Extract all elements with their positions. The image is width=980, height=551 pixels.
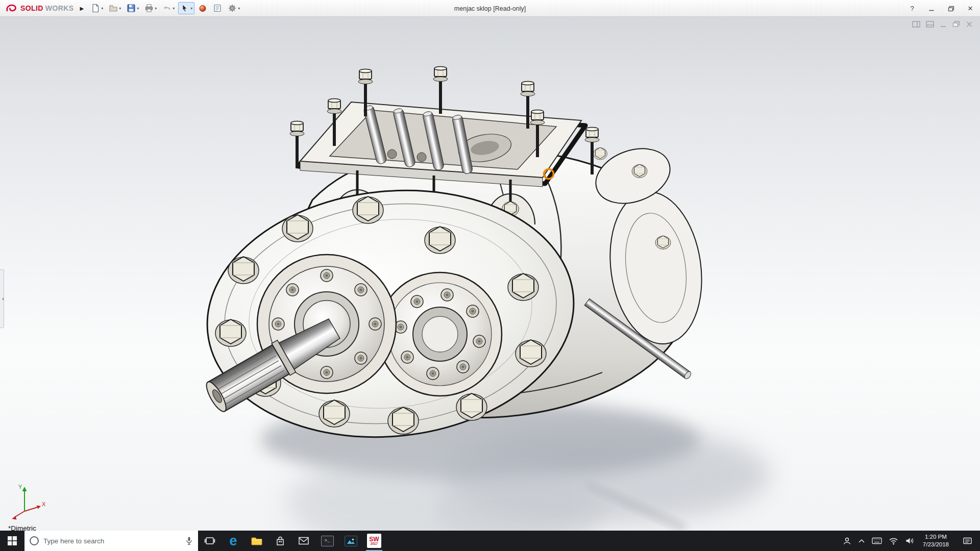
- solidworks-window: SOLIDWORKS ▶ ▾ ▾: [0, 0, 980, 551]
- dropdown-arrow[interactable]: ▾: [155, 6, 157, 11]
- cortana-icon: [30, 536, 39, 545]
- windows-logo-icon: [8, 536, 17, 545]
- file-explorer-button[interactable]: [245, 531, 268, 551]
- restore-button[interactable]: [941, 0, 961, 17]
- network-icon[interactable]: [889, 537, 898, 545]
- save-icon: [127, 4, 136, 13]
- orientation-triad: Y X: [12, 484, 46, 520]
- dropdown-arrow[interactable]: ▾: [173, 6, 175, 11]
- keyboard-icon[interactable]: [872, 537, 882, 544]
- open-folder-icon: [109, 4, 118, 13]
- top-cover: [290, 67, 599, 187]
- triad-y-label: Y: [18, 484, 22, 490]
- task-pane-icon[interactable]: [912, 21, 920, 28]
- chevron-up-icon[interactable]: [858, 538, 865, 543]
- gearbox-model: [195, 67, 711, 455]
- task-view-icon: [204, 535, 215, 546]
- brand-text-solid: SOLID: [20, 4, 43, 12]
- dropdown-arrow[interactable]: ▾: [137, 6, 139, 11]
- mail-icon: [298, 536, 309, 545]
- clock-date: 7/23/2018: [923, 541, 949, 548]
- window-controls: ? ✕: [902, 0, 980, 17]
- taskbar-clock[interactable]: 1:20 PM 7/23/2018: [921, 533, 951, 548]
- select-tool-button[interactable]: ▾: [178, 2, 194, 14]
- options-button[interactable]: ▾: [226, 2, 242, 14]
- start-button[interactable]: [0, 531, 24, 551]
- brand-text-works: WORKS: [45, 4, 74, 12]
- search-input[interactable]: [43, 537, 181, 545]
- new-document-button[interactable]: ▾: [89, 2, 105, 14]
- appearance-button[interactable]: [196, 2, 209, 14]
- view-orientation-label: *Dimetric: [8, 524, 36, 531]
- close-button[interactable]: ✕: [961, 0, 980, 17]
- solidworks-taskbar-button[interactable]: SW 2017: [362, 531, 386, 551]
- quick-access-toolbar: ▾ ▾ ▾: [89, 2, 242, 14]
- minimize-doc-icon[interactable]: [940, 21, 947, 28]
- microphone-icon[interactable]: [185, 536, 193, 545]
- edge-button[interactable]: e: [222, 531, 245, 551]
- triad-x-label: X: [42, 501, 46, 507]
- document-title: menjac sklop [Read-only]: [454, 0, 526, 17]
- document-window-controls: [912, 21, 973, 28]
- edge-icon: e: [229, 534, 237, 548]
- design-library-button[interactable]: [211, 2, 224, 14]
- store-icon: [275, 536, 285, 546]
- save-button[interactable]: ▾: [125, 2, 141, 14]
- select-arrow-icon: [180, 4, 189, 13]
- model-canvas[interactable]: Y X: [0, 17, 980, 531]
- open-button[interactable]: ▾: [107, 2, 123, 14]
- bearing-hub: [378, 272, 502, 396]
- system-tray: 1:20 PM 7/23/2018: [843, 531, 980, 551]
- graphics-viewport[interactable]: Y X *Dimetric: [0, 17, 980, 531]
- restore-icon: [948, 6, 954, 12]
- photos-icon: [345, 536, 357, 546]
- volume-icon[interactable]: [905, 537, 914, 545]
- undo-icon: [162, 4, 172, 13]
- file-explorer-icon: [251, 535, 263, 546]
- task-view-button[interactable]: [198, 531, 222, 551]
- menu-flyout-arrow[interactable]: ▶: [78, 6, 89, 11]
- solidworks-logo: SOLIDWORKS: [0, 3, 78, 13]
- dropdown-arrow[interactable]: ▾: [238, 6, 240, 11]
- mail-button[interactable]: [292, 531, 315, 551]
- command-prompt-icon: >_: [321, 536, 334, 546]
- print-button[interactable]: ▾: [142, 2, 159, 14]
- action-center-button[interactable]: [958, 537, 977, 545]
- restore-doc-icon[interactable]: [952, 21, 960, 28]
- minimize-button[interactable]: [922, 0, 941, 17]
- titlebar: SOLIDWORKS ▶ ▾ ▾: [0, 0, 980, 17]
- action-center-icon: [963, 537, 972, 545]
- new-document-icon: [91, 4, 100, 13]
- print-icon: [144, 4, 154, 13]
- taskbar-search[interactable]: [24, 531, 198, 551]
- close-doc-icon[interactable]: [966, 21, 973, 28]
- options-gear-icon: [228, 4, 237, 13]
- ds-logo-icon: [5, 3, 18, 13]
- store-button[interactable]: [268, 531, 292, 551]
- undo-button[interactable]: ▾: [160, 2, 177, 14]
- command-prompt-button[interactable]: >_: [315, 531, 339, 551]
- clock-time: 1:20 PM: [923, 533, 949, 541]
- windows-taskbar: e >_: [0, 531, 980, 551]
- person-icon[interactable]: [843, 537, 851, 545]
- display-pane-icon[interactable]: [926, 21, 934, 28]
- solidworks-2017-icon: SW 2017: [367, 534, 381, 548]
- panel-flyout-tab[interactable]: [0, 269, 4, 328]
- photos-button[interactable]: [339, 531, 362, 551]
- help-button[interactable]: ?: [902, 0, 922, 17]
- dropdown-arrow[interactable]: ▾: [190, 6, 192, 11]
- appearance-sphere-icon: [198, 4, 207, 13]
- design-library-icon: [213, 4, 222, 13]
- dropdown-arrow[interactable]: ▾: [101, 6, 103, 11]
- minimize-icon: [928, 6, 935, 12]
- dropdown-arrow[interactable]: ▾: [119, 6, 121, 11]
